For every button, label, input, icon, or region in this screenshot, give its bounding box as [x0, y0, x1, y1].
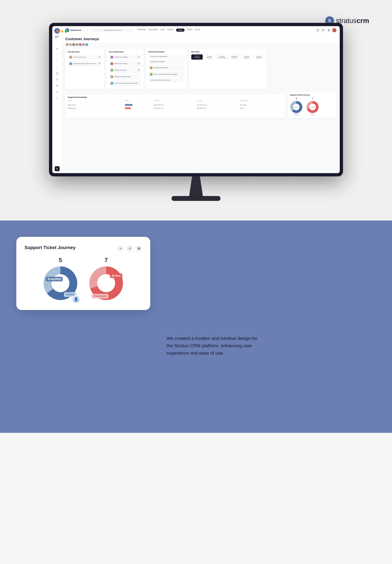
back-arrow-icon[interactable]: ‹ [86, 29, 87, 31]
task-icons: ··· [139, 76, 140, 78]
executed-label-zoom-2: Executed [91, 294, 109, 298]
sync-button[interactable]: ⊕ [327, 28, 331, 32]
row-end-2: 2023-10-01 9:01 [197, 108, 240, 109]
nav-item-calendar[interactable]: Calendar [167, 28, 174, 32]
task-text: Estimate Resolution Time [154, 67, 181, 69]
boards-row: Case Allocation Allocate Case to User! ✓… [65, 49, 336, 89]
sidebar-item-window[interactable]: ⬜ [55, 71, 60, 76]
knowledge-section: Suggested Knowledge Subject Status Start… [65, 94, 285, 118]
task-text: Advise Customer of Resolution estimate [114, 83, 138, 84]
sidebar-item-alert[interactable]: ⚠ [55, 96, 60, 101]
col-assigned: Assigned User [240, 100, 283, 101]
task-item: Estimate Resolution Time ··· [148, 65, 184, 70]
page-content[interactable]: Case Allocation Allocate Case to User! ✓… [62, 43, 340, 173]
bottom-description: We created a modern and intuitive design… [167, 335, 265, 357]
sidebar: S stratuscrm ← ⊕ ↑ ☆ + ⬜ ☰ ⊞ ✉ ⚠ ⚙ [52, 26, 62, 173]
page-title: Customer Journeys [65, 37, 336, 41]
zoom-donut-number-1: 5 [42, 257, 78, 264]
task-icons: ✓ 📅 [137, 56, 140, 58]
grid-button[interactable]: ⊞ [136, 245, 142, 252]
task-item: Advise Customer of Resolution estimate ·… [109, 81, 141, 86]
task-avatar [111, 75, 113, 78]
nav-item-relationship[interactable]: Relationship [137, 28, 146, 32]
page-header: Customer Journeys [62, 34, 340, 43]
main-content: S stratuscrm ‹ › https://www.supiercrm.c… [62, 26, 340, 173]
bottom-row: Suggested Knowledge Subject Status Start… [65, 92, 336, 118]
nav-actions: 🔍 ↻ ⊕ [316, 28, 336, 32]
task-icons: ··· [139, 83, 140, 84]
row-assigned-1: Sam Frank [240, 104, 283, 106]
task-item: + Identify Issue Resolution [148, 60, 184, 64]
avatar-3 [72, 43, 75, 46]
search-button[interactable]: 🔍 [316, 28, 320, 32]
task-icons: ✓ 📅 [97, 63, 100, 65]
monitor-frame: S stratuscrm ← ⊕ ↑ ☆ + ⬜ ☰ ⊞ ✉ ⚠ ⚙ [49, 23, 343, 176]
bottom-section: Support Ticket Journey + ↗ ⊞ 5 [0, 221, 392, 433]
nav-item-opportunities[interactable]: Opportunities [148, 28, 158, 32]
export-button[interactable]: ↗ [126, 245, 133, 252]
sidebar-item-back[interactable]: ← [55, 40, 60, 45]
nav-item-quotes[interactable]: Quotes [195, 28, 200, 32]
address-bar[interactable]: https://www.supiercrm.com/ [91, 29, 134, 31]
task-item: Allocate to Resolution Team ··· [109, 74, 141, 80]
refresh-button[interactable]: ↻ [321, 28, 325, 32]
donut-chart-2: Active [306, 100, 319, 113]
avatar-2 [69, 43, 72, 46]
nav-item-reports[interactable]: Reports [187, 28, 193, 32]
task-icons: ✓ 📅 [97, 56, 100, 58]
sidebar-brand-text: stratuscrm [55, 36, 59, 39]
row-subject-2: Meeting Lead [68, 108, 125, 109]
sidebar-item-settings[interactable]: ⚙ [55, 166, 60, 171]
add-button[interactable]: + [117, 245, 124, 252]
maximize-button[interactable] [65, 30, 67, 33]
task-item: Identify Issue Severity ✓ 📅 [109, 61, 141, 67]
technical-resolution-title: Technical Resolution [148, 51, 184, 53]
task-avatar [150, 73, 153, 76]
task-avatar [111, 69, 113, 72]
process-node-request: RequestProcessing [191, 54, 203, 60]
avatar-4 [75, 43, 79, 46]
zoom-donut-wrapper-1: 5 Executed Active 👤 [42, 257, 78, 302]
sidebar-item-grid[interactable]: ⊞ [55, 83, 60, 88]
sidebar-item-menu[interactable]: ☰ [55, 77, 60, 82]
sidebar-item-add[interactable]: + [55, 65, 60, 70]
user-avatar[interactable] [332, 28, 336, 32]
task-item: Allocate Case to User! ✓ 📅 [68, 54, 102, 60]
active-label-2: Active [306, 113, 319, 115]
row-subject-1: Design Sprint [68, 104, 125, 106]
col-status: Status [125, 100, 154, 101]
close-button[interactable] [57, 30, 59, 33]
active-label-1: Active [290, 115, 303, 116]
forward-arrow-icon[interactable]: › [87, 29, 88, 31]
row-start-1: 2023-09-30 01:12 [154, 104, 197, 106]
sidebar-item-upload[interactable]: ↑ [55, 52, 60, 57]
minimize-button[interactable] [61, 30, 63, 33]
nav-item-cases[interactable]: Cases [176, 28, 184, 32]
sidebar-item-share[interactable]: ⊕ [55, 46, 60, 51]
avatar-6 [82, 43, 85, 46]
issue-identification-board: Issue Identification Identify Issue Cate… [107, 49, 144, 89]
sidebar-item-send[interactable]: ✉ [55, 89, 60, 94]
monitor-screen: S stratuscrm ← ⊕ ↑ ☆ + ⬜ ☰ ⊞ ✉ ⚠ ⚙ [52, 26, 340, 173]
task-item: Identify Issue Impact ✓ 📅 [109, 68, 141, 73]
person-icon: 👤 [72, 295, 80, 303]
table-row: Design Sprint Executed 2023-09-30 01:12 … [68, 103, 283, 107]
donut-chart-container-2: Active Executed [88, 265, 124, 302]
donut-number-2: 7 [306, 98, 319, 100]
monitor-base [171, 196, 221, 201]
task-avatar [69, 56, 72, 59]
svg-text:Active: Active [311, 107, 314, 108]
svg-text:Executed: Executed [294, 107, 299, 108]
sidebar-item-favorite[interactable]: ☆ [55, 58, 60, 63]
nav-brand: S stratuscrm [65, 28, 81, 32]
nav-item-leads[interactable]: Leads [160, 28, 165, 32]
donut-number-1: 5 [290, 98, 303, 100]
zoom-donut-wrapper-2: 7 Active Executed [88, 257, 124, 302]
avatar-5 [78, 43, 82, 46]
task-item: + Advise Customer Issue Resolved [148, 78, 184, 82]
zoom-donut-number-2: 7 [88, 257, 124, 264]
task-avatar [111, 82, 113, 85]
traffic-lights [57, 30, 67, 33]
top-nav: S stratuscrm ‹ › https://www.supiercrm.c… [62, 26, 340, 34]
nav-items: Relationship Opportunities Leads Calenda… [137, 28, 200, 32]
